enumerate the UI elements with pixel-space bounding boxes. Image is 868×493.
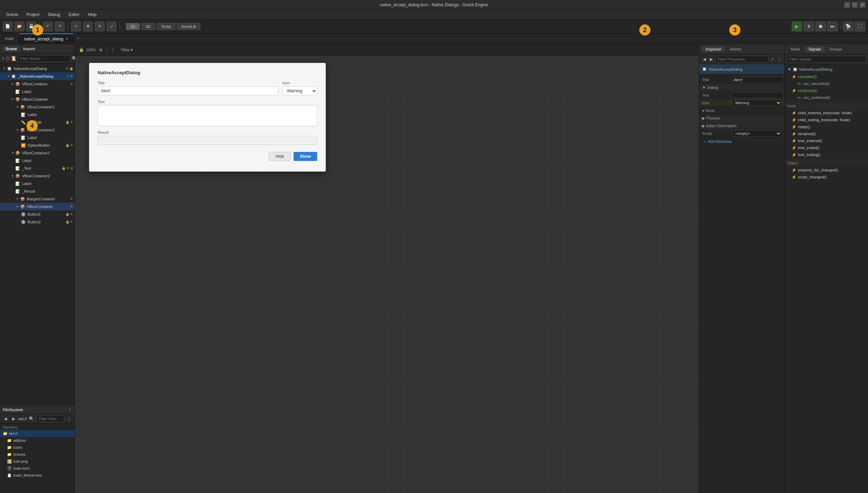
text-field-input[interactable] [98,105,317,126]
toolbar-undo[interactable]: ↶ [43,22,53,31]
view-2d-btn[interactable]: 2D [126,23,140,30]
tree-node-hboxcontainer1[interactable]: ▼ 📦 HBoxContainer 👁 [0,203,75,210]
filter-nodes-input[interactable] [17,55,70,62]
inspector-expand-btn[interactable]: ⤢ [770,56,775,63]
signal-cancelled[interactable]: ⚡ cancelled() [785,73,868,80]
icon-dropdown[interactable]: Warning [282,86,317,95]
add-metadata-row[interactable]: + Add Metadata [699,137,784,146]
tree-node-label5[interactable]: 📝 Label [0,180,75,187]
menu-scene[interactable]: Scene [3,11,22,18]
tree-node-label3[interactable]: 📝 Label [0,134,75,141]
tree-node-label1[interactable]: 📝 Label [0,88,75,95]
prop-script-select[interactable]: <empty> [732,130,782,137]
step-btn[interactable]: ⏭ [827,22,838,31]
attach-script-btn[interactable]: 📜 [11,55,16,62]
maximize-btn[interactable]: □ [852,2,858,8]
menu-help[interactable]: Help [84,11,100,18]
minimize-btn[interactable]: ─ [844,2,850,8]
signal-renamed[interactable]: ⚡ renamed() [785,130,868,137]
signal-confirmed[interactable]: ⚡ confirmed() [785,87,868,94]
inspector-options-btn[interactable]: ⋮ [777,56,782,63]
prop-text-input[interactable] [732,92,784,98]
tree-node-vbox4[interactable]: ▼ 📦 VBoxContainer1 [0,149,75,157]
prop-title-input[interactable] [732,77,784,83]
add-instance-btn[interactable]: ⬡ [6,55,9,62]
expand-btn[interactable]: ⛶ [855,22,865,31]
view-assetlib-btn[interactable]: AssetLib [177,23,200,30]
stop-btn[interactable]: ⏹ [815,22,826,31]
toolbar-rotate[interactable]: ↻ [95,22,105,31]
tree-node-margincontainer[interactable]: ▼ 📦 MarginContainer 👁 [0,195,75,203]
tree-node-nativedialog2[interactable]: ▼ 🔲 _NativeAcceptDialog % 👁 [0,72,75,80]
menu-debug[interactable]: Debug [44,11,63,18]
fs-back-btn[interactable]: ◀ [2,415,9,422]
menu-project[interactable]: Project [23,11,43,18]
inspector-forward-btn[interactable]: ▶ [708,56,714,63]
tree-node-hbox1[interactable]: ▼ 📦 HBoxContainer [0,95,75,103]
tree-node-label4[interactable]: 📝 Label [0,157,75,164]
fs-item-res[interactable]: 📁 res:// [0,430,75,437]
signal-script-changed[interactable]: ⚡ script_changed() [785,174,868,180]
section-dialog[interactable]: ▼ Dialog [699,84,784,91]
signal-tree-exited[interactable]: ⚡ tree_exited() [785,144,868,151]
tree-node-text[interactable]: 📝 _Text 🔒 👁 ⛓ [0,164,75,172]
tree-node-vbox2[interactable]: ▼ 📦 VBoxContainer1 [0,103,75,111]
signal-tree-exiting[interactable]: ⚡ tree_exiting() [785,151,868,158]
close-btn[interactable]: ✕ [860,2,865,8]
fs-split-btn[interactable]: ⋮ [66,415,73,422]
canvas-options-btn[interactable]: ⋮ [109,46,116,53]
signal-method-cancelled[interactable]: ↪ :: set_cancelled() [785,80,868,87]
view-script-btn[interactable]: Script [157,23,175,30]
tab-main[interactable]: main [0,33,19,44]
section-process[interactable]: ▶ Process [699,114,784,122]
history-tab[interactable]: History [726,46,745,52]
canvas-lock-btn[interactable]: 🔒 [78,46,85,53]
canvas-area[interactable]: NativeAcceptDialog Title Icon Warning [75,56,699,493]
fs-item-icons[interactable]: 📁 icons [0,444,75,451]
fs-header[interactable]: FileSystem ⋮ [0,405,75,414]
tab-native-accept[interactable]: native_accept_dialog ✕ [19,33,74,44]
scene-tab[interactable]: Scene [3,46,20,52]
fs-filter-input[interactable] [37,415,64,422]
toolbar-move[interactable]: ✥ [83,22,93,31]
fs-forward-btn[interactable]: ▶ [10,415,17,422]
tree-node-button2[interactable]: 🔘 Button2 🔒 👁 [0,218,75,226]
toolbar-select[interactable]: ⊹ [71,22,81,31]
groups-tab-header[interactable]: Groups [826,46,845,52]
signal-method-confirmed[interactable]: ↪ :: set_confirmed() [785,94,868,101]
inspector-filter-input[interactable] [715,56,768,63]
remote-debug-btn[interactable]: 📡 [843,22,853,31]
fs-item-icon-png[interactable]: 🖼️ icon.png [0,458,75,465]
tree-node-vbox5[interactable]: ▼ 📦 VBoxContainer2 [0,172,75,180]
signal-child-entered[interactable]: ⚡ child_entered_tree(node: Node) [785,109,868,116]
signal-prop-list[interactable]: ⚡ property_list_changed() [785,167,868,174]
fs-item-scenes[interactable]: 📁 scenes [0,451,75,458]
fs-item-main-tscn[interactable]: 🎬 main.tscn [0,465,75,472]
inspector-back-btn[interactable]: ◀ [701,56,707,63]
canvas-view-menu-btn[interactable]: View ▾ [118,46,136,53]
tree-node-optionbtn[interactable]: 🔽 OptionButton 🔒 👁 [0,141,75,149]
signal-child-exiting[interactable]: ⚡ child_exiting_tree(node: Node) [785,116,868,123]
fs-item-addons[interactable]: 📁 addons [0,437,75,444]
title-field-input[interactable] [98,86,278,95]
canvas-zoom-btn[interactable]: ⊕ [97,46,104,53]
signal-ready[interactable]: ⚡ ready() [785,123,868,130]
fs-filter-btn[interactable]: 🔍 [28,415,35,422]
fs-options[interactable]: ⋮ [68,408,72,411]
toolbar-redo[interactable]: ↷ [55,22,64,31]
signals-tab-header[interactable]: Signals [805,46,824,52]
menu-editor[interactable]: Editor [65,11,83,18]
hide-button[interactable]: Hide [269,152,291,161]
prop-icon-select[interactable]: Warning [732,100,782,106]
import-tab[interactable]: Import [20,46,38,52]
tree-node-result[interactable]: 📝 _Result [0,187,75,195]
node-tab-header[interactable]: Node [787,46,804,52]
tab-close-btn[interactable]: ✕ [66,37,68,41]
tree-node-vbox1[interactable]: ▼ 📦 VBoxContainer 👁 [0,80,75,88]
tree-node-lable[interactable]: 📝 Lable [0,111,75,118]
play-btn[interactable]: ▶ [792,22,802,31]
add-node-btn[interactable]: + [2,55,5,62]
toolbar-new[interactable]: 📄 [3,22,13,31]
tab-add-btn[interactable]: + [74,33,83,44]
result-field-input[interactable] [98,136,317,145]
